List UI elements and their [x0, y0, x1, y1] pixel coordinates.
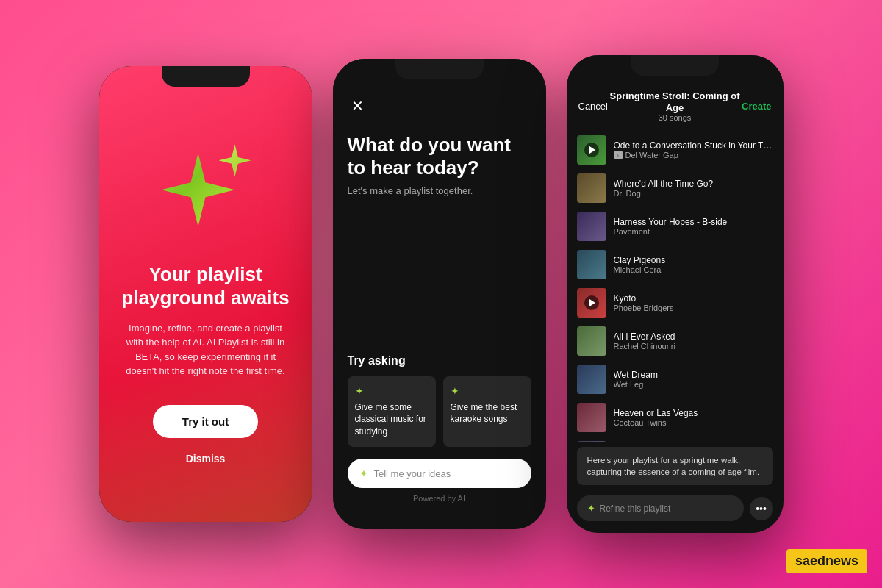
song-info-8: Heaven or Las Vegas Cocteau Twins	[614, 408, 773, 427]
play-icon-5	[589, 299, 595, 306]
refine-placeholder: Refine this playlist	[600, 503, 671, 514]
p3-song-count: 30 songs	[608, 113, 742, 122]
phone-3: Cancel Springtime Stroll: Coming of Age …	[567, 55, 784, 533]
powered-by: Powered by AI	[348, 488, 531, 503]
phone-2: ✕ What do you want to hear today? Let's …	[333, 59, 546, 529]
phone-1-description: Imagine, refine, and create a playlist w…	[121, 321, 290, 379]
song-item: Harness Your Hopes - B-side Pavement	[567, 207, 784, 245]
song-item: Ode to a Conversation Stuck in Your Thro…	[567, 131, 784, 169]
song-thumbnail-6	[577, 326, 606, 356]
watermark-text: saednews	[795, 553, 858, 568]
suggestion-card-2[interactable]: ✦ Give me the best karaoke songs	[443, 376, 531, 447]
song-item: Where'd All the Time Go? Dr. Dog	[567, 169, 784, 207]
song-artist-5: Phoebe Bridgers	[614, 304, 773, 312]
ai-message: Here's your playlist for a springtime wa…	[577, 447, 773, 485]
dismiss-button[interactable]: Dismiss	[186, 453, 226, 465]
card-sparkle-icon-1: ✦	[355, 385, 429, 397]
notch-1	[162, 66, 250, 87]
song-info-3: Harness Your Hopes - B-side Pavement	[614, 217, 773, 236]
song-title-2: Where'd All the Time Go?	[614, 179, 773, 189]
song-title-8: Heaven or Las Vegas	[614, 408, 773, 418]
song-artist-3: Pavement	[614, 227, 773, 236]
song-info-5: Kyoto Phoebe Bridgers	[614, 293, 773, 312]
p3-title-area: Springtime Stroll: Coming of Age 30 song…	[608, 90, 742, 122]
song-artist-2: Dr. Dog	[614, 189, 773, 198]
watermark: saednews	[786, 549, 867, 573]
p3-footer: ✦ Refine this playlist •••	[567, 490, 784, 533]
song-info-1: Ode to a Conversation Stuck in Your Thro…	[614, 140, 773, 159]
song-thumbnail-4	[577, 250, 606, 279]
cancel-button[interactable]: Cancel	[578, 101, 608, 112]
card-sparkle-icon-2: ✦	[451, 385, 524, 397]
song-item: Amoeba Clairo	[567, 437, 784, 442]
play-icon-1	[589, 146, 595, 154]
more-options-button[interactable]: •••	[750, 497, 773, 520]
notch-3	[631, 55, 719, 76]
refine-sparkle-icon: ✦	[587, 503, 595, 514]
song-title-5: Kyoto	[614, 293, 773, 304]
notch-2	[395, 59, 484, 79]
song-item: Kyoto Phoebe Bridgers	[567, 284, 784, 322]
song-thumbnail-1	[577, 135, 606, 165]
song-thumbnail-3	[577, 212, 606, 241]
song-thumbnail-7	[577, 365, 606, 394]
song-thumbnail-9	[577, 441, 606, 442]
song-info-4: Clay Pigeons Michael Cera	[614, 255, 773, 274]
song-artist-4: Michael Cera	[614, 265, 773, 274]
phone-2-screen: ✕ What do you want to hear today? Let's …	[333, 59, 546, 529]
song-info-2: Where'd All the Time Go? Dr. Dog	[614, 179, 773, 198]
sparkle-main-icon	[162, 153, 235, 226]
create-button[interactable]: Create	[742, 101, 771, 112]
phone-3-screen: Cancel Springtime Stroll: Coming of Age …	[567, 55, 784, 533]
song-artist-1: Del Water Gap	[625, 151, 678, 159]
song-title-1: Ode to a Conversation Stuck in Your Thro…	[614, 140, 773, 151]
song-item: All I Ever Asked Rachel Chinouriri	[567, 322, 784, 360]
phone-2-subtitle: Let's make a playlist together.	[348, 185, 531, 196]
songs-list: Ode to a Conversation Stuck in Your Thro…	[567, 128, 784, 442]
song-title-3: Harness Your Hopes - B-side	[614, 217, 773, 227]
phone-2-content: ✕ What do you want to hear today? Let's …	[333, 59, 546, 529]
input-sparkle-icon: ✦	[359, 467, 368, 479]
song-info-7: Wet Dream Wet Leg	[614, 370, 773, 389]
song-item: Clay Pigeons Michael Cera	[567, 245, 784, 284]
song-title-6: All I Ever Asked	[614, 331, 773, 342]
phone-1-screen: Your playlist playground awaits Imagine,…	[99, 66, 312, 522]
try-it-out-button[interactable]: Try it out	[153, 405, 258, 438]
song-title-4: Clay Pigeons	[614, 255, 773, 265]
song-artist-8: Cocteau Twins	[614, 418, 773, 427]
song-info-6: All I Ever Asked Rachel Chinouriri	[614, 331, 773, 351]
try-asking-label: Try asking	[348, 354, 531, 368]
refine-input[interactable]: ✦ Refine this playlist	[577, 495, 744, 521]
phone-3-content: Cancel Springtime Stroll: Coming of Age …	[567, 55, 784, 533]
song-artist-7: Wet Leg	[614, 380, 773, 389]
ideas-input[interactable]: ✦ Tell me your ideas	[348, 459, 531, 488]
phone-2-title: What do you want to hear today?	[348, 134, 531, 179]
song-thumbnail-2	[577, 173, 606, 203]
song-artist-row-1: ♪ Del Water Gap	[614, 151, 773, 159]
sparkle-container	[154, 138, 257, 241]
artist-icon-1: ♪	[614, 151, 623, 159]
suggestion-cards: ✦ Give me some classical music for study…	[348, 376, 531, 447]
close-button[interactable]: ✕	[348, 96, 368, 116]
song-artist-6: Rachel Chinouriri	[614, 342, 773, 351]
input-placeholder: Tell me your ideas	[374, 468, 451, 479]
song-item: Wet Dream Wet Leg	[567, 360, 784, 398]
phone-1-title: Your playlist playground awaits	[121, 263, 290, 309]
phone-1: Your playlist playground awaits Imagine,…	[99, 66, 312, 522]
song-thumbnail-8	[577, 403, 606, 432]
phone-1-content: Your playlist playground awaits Imagine,…	[99, 66, 312, 522]
play-overlay-5	[584, 295, 599, 310]
play-overlay-1	[584, 143, 599, 157]
card-text-1: Give me some classical music for studyin…	[355, 401, 429, 438]
phones-container: Your playlist playground awaits Imagine,…	[85, 40, 798, 548]
suggestion-card-1[interactable]: ✦ Give me some classical music for study…	[348, 376, 436, 447]
song-item: Heaven or Las Vegas Cocteau Twins	[567, 398, 784, 437]
card-text-2: Give me the best karaoke songs	[451, 401, 524, 426]
sparkle-small-icon	[219, 144, 251, 176]
song-title-7: Wet Dream	[614, 370, 773, 380]
try-asking-section: Try asking ✦ Give me some classical musi…	[348, 354, 531, 514]
song-thumbnail-5	[577, 288, 606, 318]
p3-playlist-title: Springtime Stroll: Coming of Age	[608, 90, 742, 113]
